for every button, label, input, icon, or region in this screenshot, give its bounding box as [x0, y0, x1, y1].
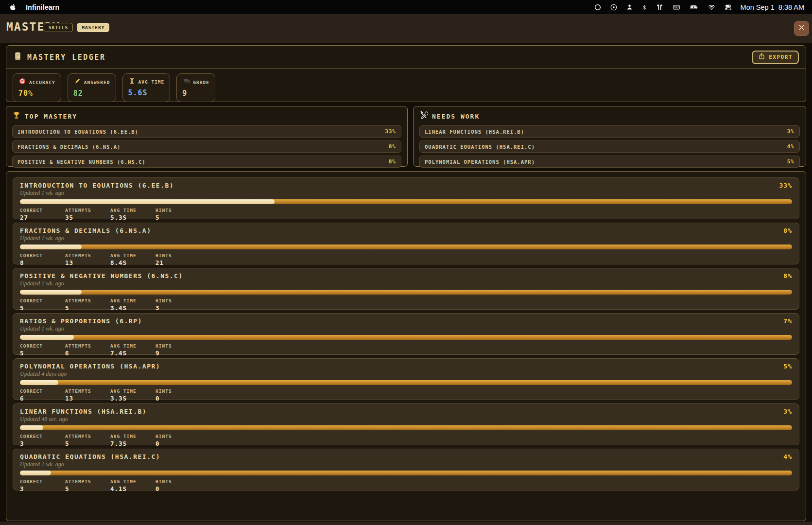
- skill-card[interactable]: RATIOS & PROPORTIONS (6.RP) 7% Updated 1…: [13, 313, 799, 355]
- stat-label-hints: HINTS: [155, 343, 201, 349]
- needs-work-rows: LINEAR FUNCTIONS (HSA.REI.B) 3% QUADRATI…: [419, 125, 800, 168]
- needs-work-row-value: 3%: [787, 128, 795, 135]
- stat-label-avg-time: AVG TIME: [110, 253, 155, 258]
- skill-card-percent: 33%: [779, 182, 792, 189]
- airpods-icon[interactable]: [656, 3, 664, 11]
- mastery-row-value: 8%: [389, 143, 396, 150]
- needs-work-row-label: LINEAR FUNCTIONS (HSA.REI.B): [425, 129, 524, 135]
- menu-clock[interactable]: Mon Sep 1 8:38 AM: [741, 3, 804, 11]
- skill-card[interactable]: POLYNOMIAL OPERATIONS (HSA.APR) 5% Updat…: [13, 358, 799, 400]
- stat-value-correct: 8: [20, 259, 65, 266]
- stat-label-avg-time: AVG TIME: [110, 479, 155, 484]
- bluetooth-icon[interactable]: [641, 3, 647, 11]
- view-tabs: SKILLSMASTERY: [44, 23, 109, 32]
- skill-card-percent: 8%: [783, 272, 792, 280]
- stat-value-avg-time: 8.4S: [110, 259, 155, 266]
- keyboard-icon[interactable]: [672, 3, 681, 11]
- record-circle-icon[interactable]: [594, 3, 602, 11]
- stat-label-hints: HINTS: [155, 253, 201, 258]
- mastery-row[interactable]: INTRODUCTION TO EQUATIONS (6.EE.B) 33%: [12, 125, 401, 138]
- skills-list-panel: INTRODUCTION TO EQUATIONS (6.EE.B) 33% U…: [6, 171, 806, 521]
- stat-value-avg-time: 4.1S: [110, 485, 155, 492]
- stat-value-attempts: 13: [65, 395, 110, 402]
- skill-card-title: LINEAR FUNCTIONS (HSA.REI.B): [20, 408, 147, 415]
- skill-card[interactable]: POSITIVE & NEGATIVE NUMBERS (6.NS.C) 8% …: [13, 268, 799, 310]
- apple-menu-icon[interactable]: [9, 3, 16, 11]
- scroll-icon: [13, 52, 22, 63]
- needs-work-row[interactable]: POLYNOMIAL OPERATIONS (HSA.APR) 5%: [419, 156, 800, 168]
- stat-chip-value: 9: [182, 89, 209, 98]
- avg-time-icon: [128, 77, 136, 87]
- progress-bar: [20, 245, 792, 249]
- mastery-row-value: 33%: [385, 128, 396, 135]
- tab[interactable]: MASTERY: [77, 23, 109, 32]
- accuracy-icon: [18, 77, 26, 87]
- skill-card-updated: Updated 1 wk. ago: [20, 235, 792, 242]
- tab[interactable]: SKILLS: [44, 23, 73, 32]
- stat-value-attempts: 5: [65, 485, 110, 492]
- progress-bar-fill: [20, 290, 82, 295]
- stat-label-hints: HINTS: [155, 298, 201, 303]
- mastery-row[interactable]: POSITIVE & NEGATIVE NUMBERS (6.NS.C) 8%: [12, 156, 401, 168]
- export-label: EXPORT: [769, 54, 793, 60]
- progress-bar-fill: [20, 335, 74, 340]
- skill-card-percent: 3%: [783, 408, 792, 415]
- stat-value-avg-time: 3.3S: [110, 395, 155, 402]
- progress-bar: [20, 199, 792, 204]
- control-center-icon[interactable]: [724, 3, 732, 11]
- skill-card[interactable]: INTRODUCTION TO EQUATIONS (6.EE.B) 33% U…: [13, 177, 799, 219]
- stat-chip: ACCURACY 70%: [13, 73, 61, 102]
- stat-chip-value: 5.6S: [128, 88, 165, 97]
- skill-card-percent: 8%: [783, 227, 792, 234]
- skill-card-updated: Updated 1 wk. ago: [20, 190, 792, 197]
- stat-value-hints: 9: [155, 350, 201, 357]
- stat-label-hints: HINTS: [155, 434, 201, 439]
- needs-work-row[interactable]: QUADRATIC EQUATIONS (HSA.REI.C) 4%: [419, 140, 800, 153]
- stat-label-correct: CORRECT: [20, 208, 65, 213]
- ledger-title: MASTERY LEDGER: [27, 53, 105, 62]
- mastery-row-label: INTRODUCTION TO EQUATIONS (6.EE.B): [17, 129, 138, 135]
- stat-label-attempts: ATTEMPTS: [65, 208, 110, 213]
- stat-value-correct: 3: [20, 485, 65, 492]
- progress-bar-fill: [20, 199, 275, 204]
- progress-bar: [20, 335, 792, 340]
- skill-card[interactable]: LINEAR FUNCTIONS (HSA.REI.B) 3% Updated …: [13, 403, 799, 445]
- export-button[interactable]: EXPORT: [752, 51, 799, 64]
- progress-bar-fill: [20, 380, 58, 385]
- tab-label: SKILLS: [49, 25, 68, 30]
- skill-card-title: RATIOS & PROPORTIONS (6.RP): [20, 317, 142, 325]
- stat-value-attempts: 5: [65, 304, 110, 312]
- wifi-icon[interactable]: [708, 3, 716, 11]
- stat-chip-label: GRADE: [193, 80, 209, 85]
- stat-label-avg-time: AVG TIME: [110, 434, 155, 439]
- top-mastery-rows: INTRODUCTION TO EQUATIONS (6.EE.B) 33% F…: [12, 125, 401, 168]
- progress-bar-fill: [20, 245, 82, 249]
- skill-card[interactable]: FRACTIONS & DECIMALS (6.NS.A) 8% Updated…: [13, 223, 799, 264]
- close-button[interactable]: [794, 21, 809, 36]
- stat-value-correct: 3: [20, 440, 65, 447]
- app-window: MASTERY SKILLSMASTERY MASTERY LEDGER EXP…: [0, 14, 812, 525]
- battery-icon[interactable]: [689, 3, 699, 11]
- stat-value-correct: 5: [20, 350, 65, 357]
- answered-icon: [73, 77, 81, 87]
- menu-app-name[interactable]: Infinilearn: [26, 3, 59, 11]
- needs-work-row-label: POLYNOMIAL OPERATIONS (HSA.APR): [425, 159, 535, 165]
- stat-value-correct: 5: [20, 304, 65, 312]
- needs-work-row[interactable]: LINEAR FUNCTIONS (HSA.REI.B) 3%: [419, 125, 800, 138]
- skill-card-percent: 7%: [783, 317, 792, 325]
- close-icon: [798, 24, 805, 33]
- play-circle-icon[interactable]: [610, 3, 618, 11]
- skill-card-updated: Updated 1 wk. ago: [20, 461, 792, 468]
- user-icon[interactable]: [626, 3, 633, 11]
- skill-card-title: INTRODUCTION TO EQUATIONS (6.EE.B): [20, 182, 174, 189]
- stat-value-hints: 0: [155, 440, 201, 447]
- skill-card[interactable]: QUADRATIC EQUATIONS (HSA.REI.C) 4% Updat…: [13, 449, 799, 490]
- stat-chips: ACCURACY 70% ANSWERED 82 AVG TIME 5.6S: [6, 69, 806, 106]
- stat-chip: ANSWERED 82: [68, 73, 116, 102]
- stat-label-attempts: ATTEMPTS: [65, 253, 110, 258]
- mastery-row[interactable]: FRACTIONS & DECIMALS (6.NS.A) 8%: [12, 140, 401, 153]
- stat-value-hints: 21: [155, 259, 201, 266]
- needs-work-panel: NEEDS WORK LINEAR FUNCTIONS (HSA.REI.B) …: [413, 106, 806, 167]
- needs-work-row-value: 4%: [787, 143, 795, 150]
- skill-card-title: POSITIVE & NEGATIVE NUMBERS (6.NS.C): [20, 272, 183, 280]
